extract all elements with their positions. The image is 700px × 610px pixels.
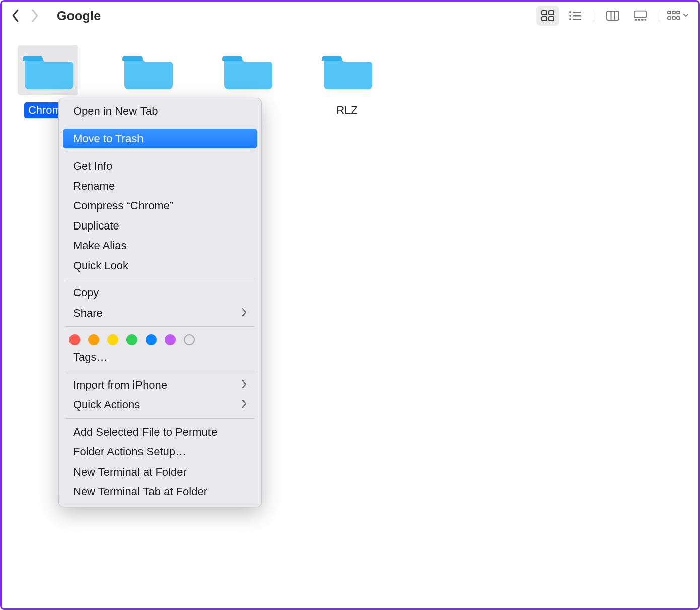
view-icon-button[interactable] — [536, 6, 559, 26]
svg-rect-10 — [607, 11, 619, 20]
svg-rect-16 — [641, 19, 644, 21]
menu-compress[interactable]: Compress “Chrome” — [63, 196, 257, 216]
tag-orange[interactable] — [88, 334, 99, 345]
tag-row — [59, 330, 261, 347]
svg-rect-23 — [677, 17, 680, 19]
tag-purple[interactable] — [165, 334, 176, 345]
menu-separator — [66, 125, 254, 125]
svg-rect-22 — [672, 17, 675, 19]
toolbar-separator — [659, 9, 659, 22]
chevron-right-icon — [241, 398, 247, 412]
svg-rect-9 — [573, 19, 581, 20]
svg-rect-14 — [635, 19, 637, 21]
finder-window: Google — [0, 0, 700, 610]
toolbar: Google — [2, 2, 698, 30]
svg-rect-19 — [672, 11, 675, 14]
menu-quick-actions[interactable]: Quick Actions — [63, 395, 257, 415]
menu-folder-actions[interactable]: Folder Actions Setup… — [63, 442, 257, 462]
svg-rect-1 — [549, 11, 554, 15]
menu-separator — [66, 326, 254, 327]
menu-rename[interactable]: Rename — [63, 176, 257, 196]
folder-icon — [18, 45, 78, 95]
svg-rect-18 — [668, 11, 671, 14]
menu-import-iphone[interactable]: Import from iPhone — [63, 375, 257, 395]
menu-new-terminal[interactable]: New Terminal at Folder — [63, 462, 257, 482]
tag-none[interactable] — [184, 334, 195, 345]
svg-point-6 — [569, 15, 571, 17]
menu-quick-look[interactable]: Quick Look — [63, 256, 257, 276]
menu-share[interactable]: Share — [63, 303, 257, 323]
menu-separator — [66, 418, 254, 419]
menu-make-alias[interactable]: Make Alias — [63, 236, 257, 256]
back-button[interactable] — [11, 8, 21, 23]
menu-separator — [66, 279, 254, 279]
view-column-button[interactable] — [601, 6, 624, 26]
svg-point-8 — [569, 18, 571, 20]
menu-copy[interactable]: Copy — [63, 283, 257, 303]
window-title: Google — [57, 9, 101, 23]
svg-rect-0 — [542, 11, 547, 15]
tag-blue[interactable] — [146, 334, 157, 345]
view-list-button[interactable] — [564, 6, 587, 26]
toolbar-separator — [594, 9, 594, 22]
folder-item-rlz[interactable]: RLZ — [317, 45, 377, 118]
folder-label: RLZ — [332, 102, 362, 118]
svg-rect-3 — [549, 17, 554, 21]
view-controls — [536, 6, 689, 26]
svg-rect-21 — [668, 17, 671, 19]
svg-rect-15 — [638, 19, 640, 21]
chevron-down-icon — [683, 11, 689, 20]
menu-get-info[interactable]: Get Info — [63, 156, 257, 176]
menu-duplicate[interactable]: Duplicate — [63, 216, 257, 236]
svg-rect-7 — [573, 15, 581, 17]
chevron-right-icon — [241, 378, 247, 392]
folder-icon — [117, 45, 178, 95]
svg-rect-2 — [542, 17, 547, 21]
menu-add-permute[interactable]: Add Selected File to Permute — [63, 422, 257, 442]
group-by-button[interactable] — [666, 6, 689, 26]
svg-point-4 — [569, 11, 571, 13]
folder-icon — [317, 45, 377, 95]
context-menu: Open in New Tab Move to Trash Get Info R… — [58, 98, 262, 507]
menu-tags[interactable]: Tags… — [63, 347, 257, 367]
tag-red[interactable] — [69, 334, 80, 345]
menu-open-new-tab[interactable]: Open in New Tab — [63, 101, 257, 121]
tag-green[interactable] — [126, 334, 137, 345]
menu-separator — [66, 152, 254, 152]
svg-rect-20 — [677, 11, 680, 14]
view-gallery-button[interactable] — [628, 6, 652, 26]
menu-move-to-trash[interactable]: Move to Trash — [63, 129, 257, 149]
forward-button[interactable] — [30, 8, 40, 23]
svg-rect-13 — [634, 11, 646, 18]
chevron-right-icon — [241, 306, 247, 320]
content-area[interactable]: Chrome — [2, 30, 698, 133]
svg-rect-5 — [573, 12, 581, 13]
tag-yellow[interactable] — [107, 334, 118, 345]
folder-icon — [217, 45, 277, 95]
svg-rect-17 — [644, 19, 646, 21]
menu-separator — [66, 371, 254, 371]
nav-arrows — [11, 8, 40, 23]
menu-new-terminal-tab[interactable]: New Terminal Tab at Folder — [63, 482, 257, 502]
